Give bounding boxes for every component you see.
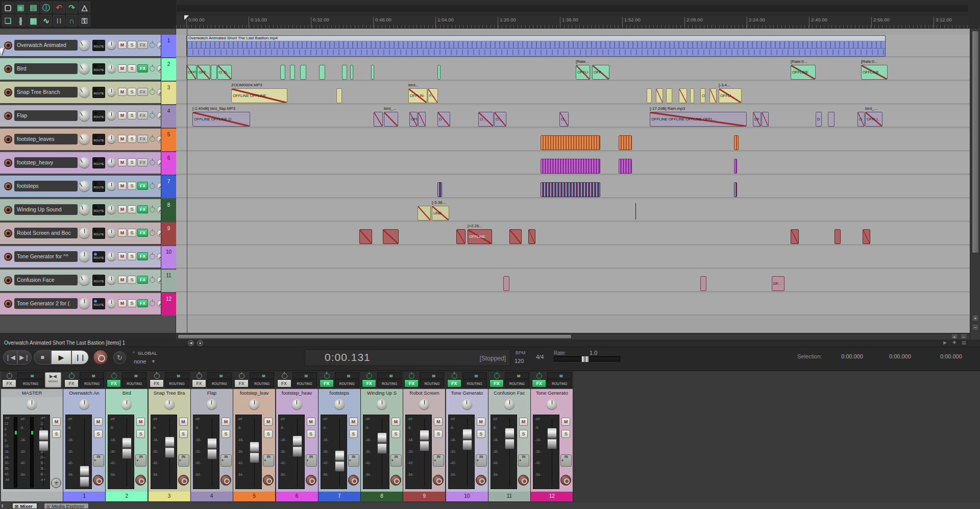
toolbar-metronome-button[interactable]: △ — [79, 2, 90, 13]
mixer-pan-knob[interactable] — [504, 399, 514, 409]
fx-chain-power-icon[interactable] — [69, 373, 75, 379]
pan-knob[interactable] — [79, 87, 90, 98]
track-number[interactable]: 12 — [161, 293, 176, 316]
mixer-fx-button[interactable]: FX — [192, 379, 206, 387]
mute-button[interactable]: M — [118, 252, 127, 260]
media-item[interactable] — [528, 229, 535, 244]
mixer-mute-button[interactable]: M — [264, 418, 273, 426]
fx-bypass-power-icon[interactable] — [150, 42, 155, 48]
mixer-fx-button[interactable]: FX — [489, 379, 504, 387]
track-number[interactable]: 10 — [161, 246, 176, 269]
record-arm-button[interactable] — [4, 229, 12, 237]
master-hw-output-gear[interactable]: ✳ — [51, 478, 61, 488]
arrange-lane-track-9[interactable] — [176, 223, 970, 245]
fx-bypass-power-icon[interactable] — [150, 113, 155, 118]
mixer-pan-knob[interactable] — [249, 399, 259, 409]
media-item[interactable] — [835, 229, 841, 244]
selection-start[interactable]: 0:00.000 — [841, 353, 863, 359]
mixer-pan-knob[interactable] — [547, 399, 557, 409]
mute-button[interactable]: M — [118, 158, 127, 166]
timeline-ruler[interactable]: 0:00.000:16.000:32.000:48.001:04.001:20.… — [176, 15, 969, 29]
media-item[interactable] — [384, 112, 398, 127]
mute-button[interactable]: M — [118, 41, 127, 49]
route-button[interactable]: ROUTE — [92, 251, 105, 262]
fx-button[interactable]: FX — [137, 64, 148, 72]
mixer-routing-button[interactable]: ROUTING — [420, 379, 444, 387]
volume-fader[interactable] — [547, 428, 557, 449]
volume-fader[interactable] — [505, 428, 514, 449]
media-item[interactable] — [700, 276, 706, 291]
media-item[interactable]: OFF.. — [592, 65, 609, 80]
mixer-solo-button[interactable]: S — [519, 430, 528, 438]
fx-chain-power-icon[interactable] — [536, 373, 542, 379]
fx-button[interactable]: FX — [137, 182, 148, 190]
solo-button[interactable]: S — [128, 252, 136, 260]
mixer-solo-button[interactable]: S — [264, 430, 273, 438]
media-item[interactable] — [863, 229, 870, 244]
volume-fader[interactable] — [462, 429, 472, 450]
mixer-solo-button[interactable]: S — [222, 430, 230, 438]
media-item[interactable]: D — [437, 112, 450, 127]
route-button[interactable]: ROUTE — [92, 204, 105, 215]
media-item[interactable] — [280, 65, 285, 80]
route-button[interactable]: ROUTE — [92, 157, 105, 168]
mixer-solo-button[interactable]: S — [94, 430, 103, 438]
mixer-track-number[interactable]: 9 — [403, 492, 445, 501]
input-gain-knob[interactable] — [107, 182, 116, 190]
tab-close-icon[interactable]: ☒ — [15, 504, 18, 509]
track-number[interactable]: 11 — [161, 270, 176, 292]
mixer-record-arm-button[interactable] — [433, 475, 444, 486]
media-item[interactable] — [418, 206, 431, 221]
mute-button[interactable]: M — [118, 111, 127, 119]
track-number[interactable]: 1 — [161, 35, 176, 57]
mixer-strip-3[interactable]: FXMRSROUTINGSnap Tree Bra-inf-6--18--30-… — [149, 371, 191, 501]
tcp-track-1[interactable]: Overwatch AnimatedROUTEMSFX1 — [0, 35, 176, 57]
track-name[interactable]: Robot Screen and Boc — [14, 228, 78, 238]
mixer-solo-button[interactable]: S — [561, 430, 570, 438]
input-select-button[interactable]: IN▼ — [93, 454, 104, 467]
mixer-track-number[interactable]: 2 — [106, 492, 148, 501]
mixer-routing-button[interactable]: ROUTING — [547, 379, 572, 387]
fx-chain-power-icon[interactable] — [197, 373, 202, 379]
mixer-track-number[interactable]: 1 — [63, 492, 105, 501]
volume-fader[interactable] — [250, 442, 259, 463]
mixer-strip-8[interactable]: FXMRSROUTINGWinding Up S-inf-6--18--30--… — [361, 371, 403, 501]
media-item[interactable] — [619, 135, 632, 150]
mixer-solo-button[interactable]: S — [349, 430, 358, 438]
mixer-track-number[interactable]: 8 — [361, 492, 403, 501]
mute-button[interactable]: M — [118, 135, 127, 143]
input-gain-knob[interactable] — [107, 252, 116, 261]
route-button[interactable]: ROUTE — [92, 228, 105, 239]
mixer-pan-knob[interactable] — [207, 399, 217, 409]
media-item[interactable]: OFFL — [409, 112, 418, 127]
pan-knob[interactable] — [79, 181, 90, 191]
toolbar-ripple-edit-toggle-button[interactable]: ▦ — [28, 15, 39, 27]
tcp-track-4[interactable]: FlapROUTEMSFX4 — [0, 105, 176, 128]
mixer-record-arm-button[interactable] — [93, 475, 104, 486]
pan-knob[interactable] — [79, 110, 90, 121]
input-select-button[interactable]: IN▼ — [518, 454, 529, 467]
mixer-track-number[interactable]: 10 — [446, 492, 488, 501]
tcp-track-5[interactable]: footstep_leavesROUTEMSFX5 — [0, 129, 176, 151]
mixer-routing-button[interactable]: ROUTING — [335, 379, 359, 387]
record-arm-button[interactable] — [4, 135, 12, 143]
media-item[interactable]: OFFLINE — [468, 229, 492, 244]
track-number[interactable]: 9 — [161, 223, 176, 245]
mixer-mute-button[interactable]: M — [222, 418, 230, 426]
mixer-fx-button[interactable]: FX — [447, 379, 461, 387]
pan-knob[interactable] — [79, 63, 90, 74]
tcp-track-10[interactable]: Tone Generator for ^^ROUTEMSFX10 — [0, 246, 176, 269]
mixer-strip-5[interactable]: FXMRSROUTINGfootstep_leav-inf-6--18--30-… — [233, 371, 276, 501]
mixer-record-arm-button[interactable] — [178, 475, 189, 486]
arrange-lane-track-10[interactable] — [176, 246, 970, 269]
media-item[interactable] — [211, 65, 217, 80]
edit-cursor[interactable] — [187, 29, 187, 333]
track-number[interactable]: 8 — [161, 199, 176, 222]
route-button[interactable]: ROUTE — [92, 63, 105, 75]
mixer-fx-button[interactable]: FX — [277, 379, 291, 387]
pan-knob[interactable] — [79, 275, 90, 285]
mixer-mute-button[interactable]: M — [477, 418, 485, 426]
media-item[interactable]: O.. — [494, 112, 506, 127]
fx-chain-power-icon[interactable] — [494, 373, 500, 379]
route-button[interactable]: ROUTE — [92, 40, 105, 51]
